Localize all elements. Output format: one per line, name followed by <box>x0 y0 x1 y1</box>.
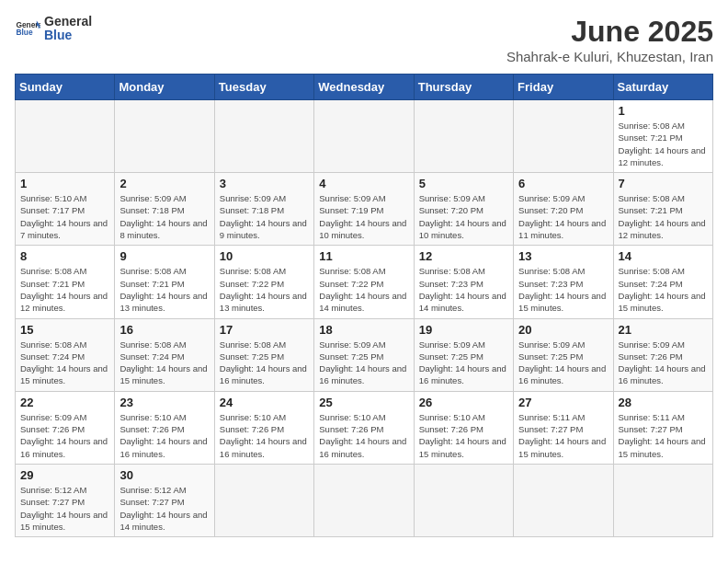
day-number: 27 <box>518 396 608 409</box>
calendar-cell <box>414 100 513 173</box>
day-number: 13 <box>518 249 608 263</box>
calendar-week-row: 22 Sunrise: 5:09 AM Sunset: 7:26 PM Dayl… <box>16 391 713 464</box>
calendar-header-row: SundayMondayTuesdayWednesdayThursdayFrid… <box>16 75 713 100</box>
day-info: Sunrise: 5:09 AM Sunset: 7:26 PM Dayligh… <box>20 412 108 459</box>
day-number: 23 <box>119 396 209 409</box>
day-info: Sunrise: 5:10 AM Sunset: 7:26 PM Dayligh… <box>319 412 406 459</box>
day-info: Sunrise: 5:08 AM Sunset: 7:21 PM Dayligh… <box>619 193 706 240</box>
day-info: Sunrise: 5:11 AM Sunset: 7:27 PM Dayligh… <box>619 412 706 459</box>
main-title: June 2025 <box>506 15 713 49</box>
calendar-cell: 26 Sunrise: 5:10 AM Sunset: 7:26 PM Dayl… <box>414 391 513 464</box>
calendar-cell: 27 Sunrise: 5:11 AM Sunset: 7:27 PM Dayl… <box>514 391 613 464</box>
day-number: 29 <box>20 468 109 482</box>
day-info: Sunrise: 5:09 AM Sunset: 7:25 PM Dayligh… <box>419 339 506 386</box>
day-info: Sunrise: 5:12 AM Sunset: 7:27 PM Dayligh… <box>119 485 207 532</box>
calendar-cell: 2 Sunrise: 5:09 AM Sunset: 7:18 PM Dayli… <box>115 173 214 246</box>
calendar-week-row: 1 Sunrise: 5:10 AM Sunset: 7:17 PM Dayli… <box>16 173 713 246</box>
calendar-cell: 10 Sunrise: 5:08 AM Sunset: 7:22 PM Dayl… <box>214 246 313 318</box>
day-number: 2 <box>119 177 209 190</box>
logo-icon: General Blue <box>15 16 40 41</box>
calendar-cell <box>514 100 613 173</box>
calendar-cell: 8 Sunrise: 5:08 AM Sunset: 7:21 PM Dayli… <box>16 246 115 318</box>
day-info: Sunrise: 5:08 AM Sunset: 7:24 PM Dayligh… <box>119 339 207 386</box>
calendar-cell: 15 Sunrise: 5:08 AM Sunset: 7:24 PM Dayl… <box>16 318 115 391</box>
calendar-cell <box>514 464 613 536</box>
day-number: 11 <box>319 249 408 263</box>
calendar-table: SundayMondayTuesdayWednesdayThursdayFrid… <box>15 74 713 537</box>
calendar-cell: 24 Sunrise: 5:10 AM Sunset: 7:26 PM Dayl… <box>214 391 313 464</box>
day-info: Sunrise: 5:09 AM Sunset: 7:26 PM Dayligh… <box>619 339 706 386</box>
calendar-cell <box>314 464 414 536</box>
day-number: 8 <box>20 249 109 263</box>
calendar-header-wednesday: Wednesday <box>314 75 414 100</box>
day-info: Sunrise: 5:11 AM Sunset: 7:27 PM Dayligh… <box>518 412 606 459</box>
calendar-cell: 22 Sunrise: 5:09 AM Sunset: 7:26 PM Dayl… <box>16 391 115 464</box>
day-number: 25 <box>319 396 408 409</box>
calendar-cell: 1 Sunrise: 5:10 AM Sunset: 7:17 PM Dayli… <box>16 173 115 246</box>
calendar-cell: 17 Sunrise: 5:08 AM Sunset: 7:25 PM Dayl… <box>214 318 313 391</box>
calendar-cell: 19 Sunrise: 5:09 AM Sunset: 7:25 PM Dayl… <box>414 318 513 391</box>
calendar-cell: 20 Sunrise: 5:09 AM Sunset: 7:25 PM Dayl… <box>514 318 613 391</box>
calendar-cell: 16 Sunrise: 5:08 AM Sunset: 7:24 PM Dayl… <box>115 318 214 391</box>
day-number: 1 <box>619 104 708 118</box>
calendar-header-monday: Monday <box>115 75 214 100</box>
day-number: 9 <box>119 249 209 263</box>
day-info: Sunrise: 5:09 AM Sunset: 7:20 PM Dayligh… <box>518 193 606 240</box>
calendar-week-row: 29 Sunrise: 5:12 AM Sunset: 7:27 PM Dayl… <box>16 464 713 536</box>
day-info: Sunrise: 5:12 AM Sunset: 7:27 PM Dayligh… <box>20 485 108 532</box>
day-info: Sunrise: 5:10 AM Sunset: 7:26 PM Dayligh… <box>419 412 506 459</box>
day-info: Sunrise: 5:08 AM Sunset: 7:24 PM Dayligh… <box>619 266 706 313</box>
calendar-cell: 7 Sunrise: 5:08 AM Sunset: 7:21 PM Dayli… <box>613 173 712 246</box>
day-info: Sunrise: 5:08 AM Sunset: 7:24 PM Dayligh… <box>20 339 108 386</box>
calendar-cell <box>214 464 313 536</box>
day-number: 17 <box>220 323 309 337</box>
calendar-cell: 14 Sunrise: 5:08 AM Sunset: 7:24 PM Dayl… <box>613 246 712 318</box>
calendar-cell: 13 Sunrise: 5:08 AM Sunset: 7:23 PM Dayl… <box>514 246 613 318</box>
day-info: Sunrise: 5:08 AM Sunset: 7:25 PM Dayligh… <box>220 339 307 386</box>
svg-text:Blue: Blue <box>16 28 32 37</box>
day-number: 18 <box>319 323 408 337</box>
day-number: 3 <box>220 177 309 190</box>
day-number: 6 <box>518 177 608 190</box>
calendar-cell <box>613 464 712 536</box>
calendar-cell <box>214 100 313 173</box>
calendar-header-sunday: Sunday <box>16 75 115 100</box>
calendar-cell: 21 Sunrise: 5:09 AM Sunset: 7:26 PM Dayl… <box>613 318 712 391</box>
calendar-cell: 28 Sunrise: 5:11 AM Sunset: 7:27 PM Dayl… <box>613 391 712 464</box>
day-info: Sunrise: 5:08 AM Sunset: 7:22 PM Dayligh… <box>220 266 307 313</box>
day-info: Sunrise: 5:09 AM Sunset: 7:25 PM Dayligh… <box>518 339 606 386</box>
day-number: 12 <box>419 249 508 263</box>
calendar-cell: 9 Sunrise: 5:08 AM Sunset: 7:21 PM Dayli… <box>115 246 214 318</box>
day-info: Sunrise: 5:08 AM Sunset: 7:23 PM Dayligh… <box>518 266 606 313</box>
day-info: Sunrise: 5:08 AM Sunset: 7:21 PM Dayligh… <box>119 266 207 313</box>
day-number: 30 <box>119 468 209 482</box>
subtitle: Shahrak-e Kuluri, Khuzestan, Iran <box>506 49 713 64</box>
day-number: 4 <box>319 177 408 190</box>
calendar-header-tuesday: Tuesday <box>214 75 313 100</box>
logo-general-text: General <box>44 15 92 29</box>
day-info: Sunrise: 5:09 AM Sunset: 7:25 PM Dayligh… <box>319 339 406 386</box>
calendar-cell <box>115 100 214 173</box>
day-number: 28 <box>619 396 708 409</box>
calendar-cell: 30 Sunrise: 5:12 AM Sunset: 7:27 PM Dayl… <box>115 464 214 536</box>
day-number: 22 <box>20 396 109 409</box>
day-number: 21 <box>619 323 708 337</box>
day-number: 26 <box>419 396 508 409</box>
day-number: 20 <box>518 323 608 337</box>
day-number: 15 <box>20 323 109 337</box>
day-number: 7 <box>619 177 708 190</box>
title-area: June 2025 Shahrak-e Kuluri, Khuzestan, I… <box>506 15 713 64</box>
day-info: Sunrise: 5:09 AM Sunset: 7:18 PM Dayligh… <box>220 193 307 240</box>
calendar-week-row: 8 Sunrise: 5:08 AM Sunset: 7:21 PM Dayli… <box>16 246 713 318</box>
calendar-cell: 29 Sunrise: 5:12 AM Sunset: 7:27 PM Dayl… <box>16 464 115 536</box>
calendar-cell: 12 Sunrise: 5:08 AM Sunset: 7:23 PM Dayl… <box>414 246 513 318</box>
calendar-cell: 1 Sunrise: 5:08 AM Sunset: 7:21 PM Dayli… <box>613 100 712 173</box>
logo: General Blue General Blue <box>15 15 92 43</box>
day-info: Sunrise: 5:09 AM Sunset: 7:20 PM Dayligh… <box>419 193 506 240</box>
day-info: Sunrise: 5:10 AM Sunset: 7:26 PM Dayligh… <box>119 412 207 459</box>
calendar-cell: 18 Sunrise: 5:09 AM Sunset: 7:25 PM Dayl… <box>314 318 414 391</box>
day-info: Sunrise: 5:10 AM Sunset: 7:26 PM Dayligh… <box>220 412 307 459</box>
day-number: 10 <box>220 249 309 263</box>
calendar-cell <box>414 464 513 536</box>
header: General Blue General Blue June 2025 Shah… <box>15 15 713 64</box>
